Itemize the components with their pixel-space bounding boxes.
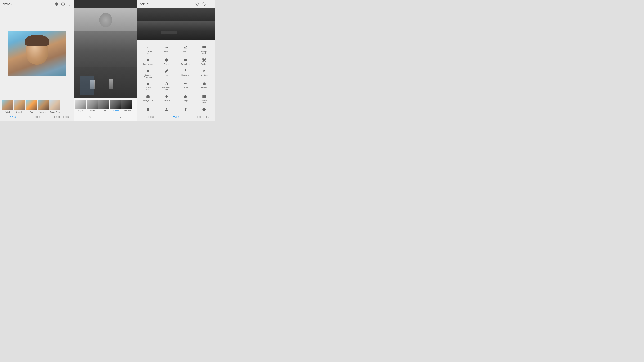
- tool-grunge[interactable]: Grunge: [176, 92, 195, 105]
- mid-filter-push[interactable]: Push: [98, 100, 109, 112]
- details-icon: [164, 45, 169, 50]
- schwarz-weiss-icon: [202, 94, 207, 99]
- tool-drehen[interactable]: Drehen: [157, 56, 176, 67]
- tool-details[interactable]: Details: [157, 43, 176, 56]
- right-nav-export[interactable]: EXPORTIEREN: [189, 113, 215, 121]
- svg-point-11: [210, 4, 210, 4]
- filter-smooth[interactable]: Smooth: [14, 99, 25, 113]
- feinabstimmung-icon: [146, 45, 150, 50]
- glamour-glow-icon: [146, 81, 150, 86]
- vintage-label: Vintage: [201, 87, 207, 89]
- tool-selektive-anpassung[interactable]: SelektiveAnpassung: [139, 67, 157, 80]
- right-nav-looks[interactable]: LOOKS: [138, 113, 163, 121]
- filter-portrait[interactable]: Portrait: [2, 99, 13, 113]
- tool-noir[interactable]: Noir: [139, 105, 157, 113]
- right-layers-icon[interactable]: [196, 2, 199, 6]
- info-icon[interactable]: [61, 2, 65, 6]
- middle-action-bar: ✕ ✓: [74, 113, 138, 121]
- mid-filter-silhouette-img: [122, 100, 132, 109]
- tool-perspektive[interactable]: Perspektive: [176, 56, 195, 67]
- right-info-icon[interactable]: [202, 2, 206, 6]
- perspektive-label: Perspektive: [181, 63, 190, 65]
- kurven-icon: [183, 45, 188, 50]
- tools-grid: Feinabstim-mung Details Kurven WB Weißab…: [138, 40, 215, 113]
- tool-erweitern[interactable]: Erweitern: [195, 56, 214, 67]
- middle-confirm-btn[interactable]: ✓: [119, 115, 123, 119]
- filter-faded-glow-label: Faded Glow: [50, 111, 60, 113]
- left-nav-export[interactable]: EXPORTIEREN: [49, 113, 74, 121]
- mid-filter-structure[interactable]: Structure: [110, 100, 121, 112]
- left-filter-strip: Portrait Smooth Pop Accentuate: [0, 98, 74, 113]
- mid-filter-silhouette-label: Silhouette: [123, 110, 131, 112]
- mid-filter-push-img: [98, 100, 109, 109]
- svg-point-4: [69, 3, 70, 3]
- middle-selection-box[interactable]: [80, 76, 94, 95]
- hdr-scape-label: HDR Scape: [200, 74, 208, 76]
- tool-feinabstimmung[interactable]: Feinabstim-mung: [139, 43, 157, 56]
- middle-bottom: Bright Fine Art Push Structure: [74, 98, 138, 121]
- tool-schwarz-weiss[interactable]: Schwarz-Weiß: [195, 92, 214, 105]
- svg-rect-37: [203, 59, 205, 61]
- svg-point-15: [148, 46, 148, 46]
- svg-rect-65: [204, 109, 205, 110]
- filter-pop-label: Pop: [30, 111, 33, 113]
- svg-rect-51: [148, 97, 149, 98]
- perspektive-icon: [183, 57, 188, 63]
- filter-accentuate[interactable]: Accentuate: [38, 99, 48, 113]
- glamour-glow-label: GlamourGlow: [145, 87, 151, 91]
- weissabgleich-icon: WB: [202, 45, 207, 50]
- tool-zuschneiden[interactable]: Zuschneiden: [139, 56, 157, 67]
- feinabstimmung-label: Feinabstim-mung: [144, 50, 152, 54]
- korniger-film-icon: [146, 94, 150, 99]
- left-top-bar: ÖFFNEN: [0, 0, 74, 8]
- tool-kopfposition[interactable]: ☺ Kopfposition: [176, 105, 195, 113]
- tool-farbtonkontrast[interactable]: Farbtonkon-trast: [157, 80, 176, 92]
- selektive-anpassung-icon: [146, 68, 150, 73]
- left-nav-looks[interactable]: LOOKS: [0, 113, 24, 121]
- svg-point-12: [210, 5, 210, 5]
- mid-filter-push-label: Push: [102, 110, 106, 112]
- right-nav-tools[interactable]: TOOLS: [163, 113, 189, 121]
- svg-line-41: [185, 70, 186, 72]
- mid-filter-bright[interactable]: Bright: [75, 100, 86, 112]
- retrolux-icon: [164, 94, 169, 99]
- filter-faded-glow-img: [50, 99, 60, 110]
- filter-pop[interactable]: Pop: [26, 99, 37, 113]
- left-nav-tools[interactable]: TOOLS: [24, 113, 49, 121]
- portrat-icon: [164, 107, 169, 112]
- grunge-label: Grunge: [183, 100, 188, 102]
- tool-weissabgleich[interactable]: WB Weißab-gleich: [195, 43, 214, 56]
- filter-accentuate-label: Accentuate: [38, 111, 48, 113]
- svg-rect-47: [146, 95, 150, 98]
- zuschneiden-label: Zuschneiden: [143, 63, 152, 65]
- tool-kurven[interactable]: Kurven: [176, 43, 195, 56]
- tool-retrolux[interactable]: Retrolux: [157, 92, 176, 105]
- filter-smooth-label: Smooth: [16, 111, 22, 113]
- mid-filter-fine-art[interactable]: Fine Art: [87, 100, 98, 112]
- more-icon[interactable]: [68, 2, 71, 6]
- layers-icon[interactable]: [55, 2, 58, 6]
- weissabgleich-label: Weißab-gleich: [201, 50, 207, 54]
- tool-vintage[interactable]: Vintage: [195, 80, 214, 92]
- tool-fokuseffekt[interactable]: Fokuseffekt: [195, 105, 214, 113]
- tool-glamour-glow[interactable]: GlamourGlow: [139, 80, 157, 92]
- farbtonkontrast-label: Farbtonkon-trast: [162, 87, 171, 91]
- right-title: ÖFFNEN: [140, 3, 196, 5]
- mid-filter-bright-img: [75, 100, 86, 109]
- filter-portrait-img: [2, 99, 13, 110]
- tool-hdr-scape[interactable]: HDR Scape: [195, 67, 214, 80]
- tool-korniger-film[interactable]: Körniger Film: [139, 92, 157, 105]
- filter-faded-glow[interactable]: Faded Glow: [50, 99, 60, 113]
- mid-filter-fine-art-label: Fine Art: [89, 110, 95, 112]
- tool-drama[interactable]: Drama: [176, 80, 195, 92]
- farbtonkontrast-icon: [164, 81, 169, 86]
- right-more-icon[interactable]: [208, 2, 212, 6]
- tool-portrat[interactable]: Porträt: [157, 105, 176, 113]
- tool-reparieren[interactable]: Reparieren: [176, 67, 195, 80]
- left-main-image: [8, 31, 66, 76]
- drama-icon: [183, 81, 188, 86]
- tool-pinsel[interactable]: Pinsel: [157, 67, 176, 80]
- mid-filter-silhouette[interactable]: Silhouette: [122, 100, 132, 112]
- middle-cancel-btn[interactable]: ✕: [88, 115, 92, 119]
- svg-point-5: [69, 4, 70, 4]
